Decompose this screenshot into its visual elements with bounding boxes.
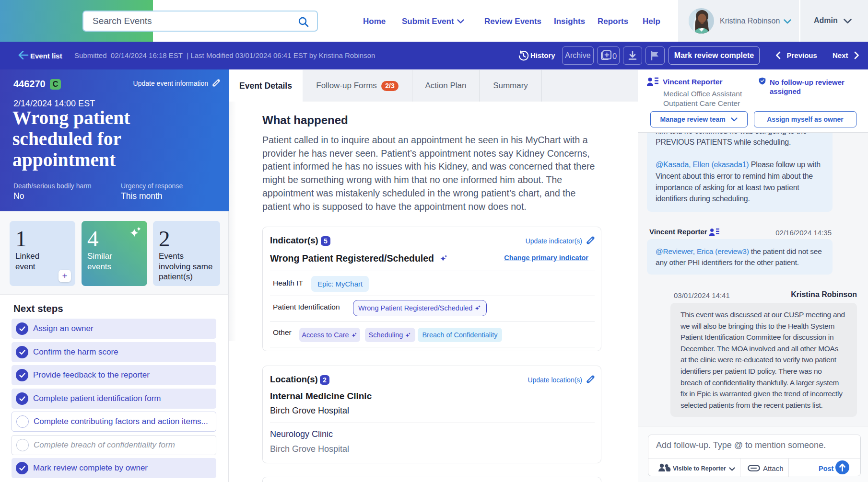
svg-text:0: 0 xyxy=(612,52,617,60)
